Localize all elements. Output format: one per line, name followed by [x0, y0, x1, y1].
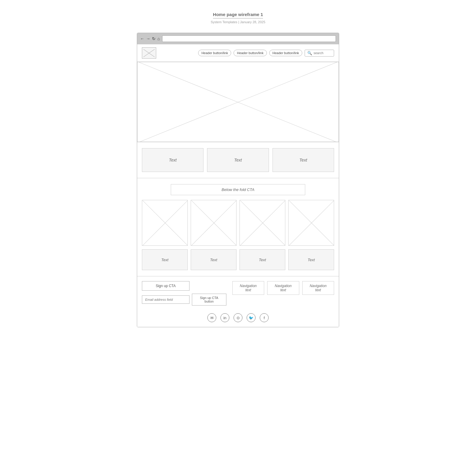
signup-cta-button[interactable]: Sign up CTA: [142, 281, 190, 291]
home-icon[interactable]: ⌂: [157, 36, 160, 41]
search-box[interactable]: 🔍: [305, 50, 334, 57]
social-instagram-icon[interactable]: ⊙: [234, 313, 242, 322]
below-text-2: Text: [191, 249, 237, 270]
browser-nav-icons: ← → ↻ ⌂: [140, 36, 160, 41]
hero-image: [137, 62, 339, 142]
forward-icon[interactable]: →: [146, 36, 150, 41]
nav-text-3[interactable]: Navigation text: [302, 281, 334, 295]
col-text-3: Text: [273, 148, 334, 172]
page-subtitle: System Templates | January 28, 2025: [211, 20, 265, 24]
back-icon[interactable]: ←: [140, 36, 144, 41]
header-nav: Header button/link Header button/link He…: [198, 50, 334, 57]
address-bar[interactable]: [162, 35, 336, 42]
below-fold-section: Below the fold CTA Text Text Text Text: [137, 178, 339, 276]
logo-placeholder: [142, 47, 156, 59]
social-linkedin-icon[interactable]: in: [220, 313, 229, 322]
col-text-1: Text: [142, 148, 203, 172]
three-col-section: Text Text Text: [137, 142, 339, 178]
signup-submit-button[interactable]: Sign up CTA button: [192, 294, 226, 306]
footer-top: Sign up CTA Sign up CTA button Navigatio…: [142, 281, 334, 306]
nav-text-1[interactable]: Navigation text: [232, 281, 264, 295]
img-placeholder-2: [191, 200, 237, 246]
social-email-icon[interactable]: ✉: [207, 313, 216, 322]
browser-window: ← → ↻ ⌂ Header button/link Header button…: [137, 33, 339, 327]
col-text-2: Text: [207, 148, 269, 172]
footer-nav: Navigation text Navigation text Navigati…: [232, 281, 334, 295]
footer-email-row: Sign up CTA button: [142, 294, 226, 306]
social-icons: ✉ in ⊙ 🐦 f: [142, 310, 334, 322]
below-text-4: Text: [288, 249, 334, 270]
refresh-icon[interactable]: ↻: [152, 36, 156, 41]
email-field[interactable]: [142, 295, 190, 304]
footer-left: Sign up CTA Sign up CTA button: [142, 281, 226, 306]
footer: Sign up CTA Sign up CTA button Navigatio…: [137, 276, 339, 327]
hero-border: [137, 62, 339, 142]
four-col-images: [142, 200, 334, 246]
four-col-texts: Text Text Text Text: [142, 249, 334, 270]
img-placeholder-1: [142, 200, 188, 246]
page-title: Home page wireframe 1: [213, 12, 263, 18]
social-facebook-icon[interactable]: f: [260, 313, 269, 322]
below-fold-cta: Below the fold CTA: [171, 184, 305, 195]
below-text-1: Text: [142, 249, 188, 270]
browser-toolbar: ← → ↻ ⌂: [137, 33, 339, 44]
header-btn-3[interactable]: Header button/link: [269, 50, 302, 56]
header-btn-2[interactable]: Header button/link: [234, 50, 267, 56]
nav-text-2[interactable]: Navigation text: [267, 281, 299, 295]
header-btn-1[interactable]: Header button/link: [198, 50, 231, 56]
below-text-3: Text: [239, 249, 285, 270]
page-title-container: Home page wireframe 1: [213, 12, 263, 18]
search-input[interactable]: [314, 51, 331, 55]
img-placeholder-3: [239, 200, 285, 246]
img-placeholder-4: [288, 200, 334, 246]
social-twitter-icon[interactable]: 🐦: [247, 313, 256, 322]
site-header: Header button/link Header button/link He…: [137, 44, 339, 62]
search-icon: 🔍: [307, 51, 312, 55]
